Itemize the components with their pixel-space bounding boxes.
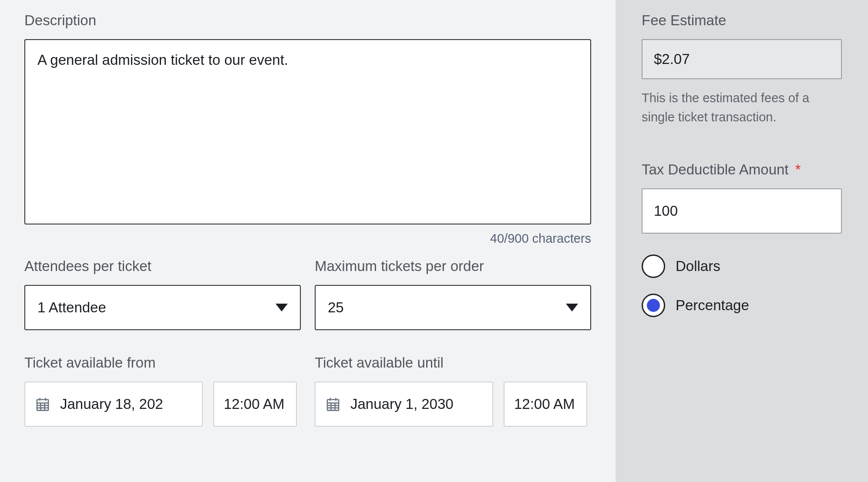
tax-deductible-label-text: Tax Deductible Amount xyxy=(642,161,789,177)
main-form: Description A general admission ticket t… xyxy=(0,0,616,482)
available-until-label: Ticket available until xyxy=(315,355,591,371)
fee-estimate-value: $2.07 xyxy=(642,39,842,79)
radio-selected-icon xyxy=(647,299,660,312)
max-tickets-label: Maximum tickets per order xyxy=(315,258,591,274)
description-textarea[interactable]: A general admission ticket to our event. xyxy=(24,39,591,224)
tax-deductible-input[interactable] xyxy=(642,188,842,234)
radio-icon xyxy=(642,254,665,278)
fee-estimate-label: Fee Estimate xyxy=(642,12,842,29)
available-from-date-input[interactable] xyxy=(24,382,203,427)
available-until-time-input[interactable] xyxy=(504,382,587,427)
tax-type-dollars-radio[interactable]: Dollars xyxy=(642,254,842,278)
side-panel: Fee Estimate $2.07 This is the estimated… xyxy=(616,0,868,482)
radio-icon xyxy=(642,294,665,317)
radio-label-dollars: Dollars xyxy=(676,258,720,274)
tax-type-percentage-radio[interactable]: Percentage xyxy=(642,294,842,317)
fee-estimate-hint: This is the estimated fees of a single t… xyxy=(642,89,842,127)
attendees-select[interactable]: 1 Attendee xyxy=(24,285,301,330)
attendees-label: Attendees per ticket xyxy=(24,258,301,274)
description-char-count: 40/900 characters xyxy=(24,231,591,246)
available-until-date-input[interactable] xyxy=(315,382,493,427)
required-indicator: * xyxy=(795,161,801,177)
max-tickets-select[interactable]: 25 xyxy=(315,285,591,330)
description-label: Description xyxy=(24,12,591,29)
radio-label-percentage: Percentage xyxy=(676,297,749,314)
available-from-time-input[interactable] xyxy=(213,382,297,427)
tax-deductible-label: Tax Deductible Amount * xyxy=(642,161,842,178)
available-from-label: Ticket available from xyxy=(24,355,301,371)
